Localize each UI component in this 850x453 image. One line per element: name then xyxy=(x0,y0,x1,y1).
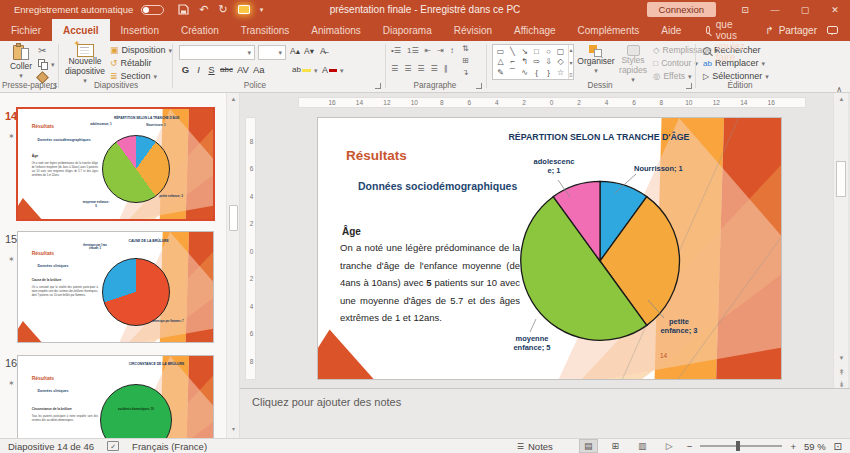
shape-icon[interactable]: ☆ xyxy=(555,68,566,78)
tab-fichier[interactable]: Fichier xyxy=(0,19,52,41)
font-style-button-0[interactable]: G xyxy=(180,63,191,76)
paragraph-btn-r2-2[interactable]: ☰ xyxy=(417,64,424,73)
thumb-splitter-icon[interactable]: ▾ xyxy=(227,425,240,432)
connexion-button[interactable]: Connexion xyxy=(647,2,716,17)
highlight-button[interactable]: ab▾ xyxy=(292,66,317,74)
shape-icon[interactable]: △ xyxy=(495,57,506,67)
clear-formatting-button[interactable]: A̶ xyxy=(320,47,326,56)
minimize-icon[interactable]: — xyxy=(760,0,790,19)
font-color-button[interactable]: A▾ xyxy=(322,66,344,75)
tab-aide[interactable]: Aide xyxy=(650,19,692,41)
shape-icon[interactable]: ⇩ xyxy=(543,57,554,67)
font-style-button-3[interactable]: abc xyxy=(219,63,234,76)
paragraph-btn-r2-3[interactable]: ☰ xyxy=(431,64,438,73)
shape-effects-button[interactable]: ◎Effets▾ xyxy=(653,72,692,81)
scroll-thumb[interactable] xyxy=(836,161,846,197)
font-size-select[interactable]: ▾ xyxy=(258,45,286,60)
clipboard-dialog-launcher[interactable] xyxy=(50,83,56,89)
previous-slide-icon[interactable]: ↟ xyxy=(834,368,849,377)
slide-body-text[interactable]: On a noté une légère prédominance de la … xyxy=(340,239,520,327)
shapes-gallery[interactable]: ▭╲↘□○▢△⌐↰⇨⇩◇✎⌒∿{}☆ ▴ ▾ ≡ xyxy=(492,44,574,80)
notes-toggle-button[interactable]: ☰ Notes xyxy=(517,441,553,452)
paragraph-btn-r2-4[interactable]: ∥ xyxy=(444,64,448,73)
shape-icon[interactable]: ▭ xyxy=(495,46,506,56)
view-slide-sorter-button[interactable]: ⊞ xyxy=(606,439,625,453)
thumbnail-slide-14[interactable]: RÉPARTITION SELON LA TRANCHE D'ÂGE Résul… xyxy=(16,107,215,221)
autosave-toggle[interactable] xyxy=(141,5,164,15)
comments-button[interactable] xyxy=(827,19,850,41)
tab-complements[interactable]: Compléments xyxy=(567,19,651,41)
slide-subtitle-text[interactable]: Données sociodémographiques xyxy=(358,180,517,192)
scroll-up-icon[interactable]: ▲ xyxy=(834,96,849,102)
paragraph-btn-r1-1[interactable]: 1☰ xyxy=(407,46,419,55)
tab-affichage[interactable]: Affichage xyxy=(503,19,567,41)
paragraph-btn-r1-0[interactable]: •☰ xyxy=(391,46,401,55)
undo-icon[interactable]: ↶ xyxy=(199,4,208,15)
drawing-dialog-launcher[interactable] xyxy=(686,83,692,89)
fit-to-window-icon[interactable]: ⊡ xyxy=(834,441,842,452)
share-button[interactable]: ↱ Partager xyxy=(755,19,827,41)
shape-icon[interactable]: ◇ xyxy=(555,57,566,67)
font-style-button-5[interactable]: Aa xyxy=(252,63,266,76)
view-slideshow-button[interactable]: ▷ xyxy=(660,439,679,453)
quick-styles-button[interactable]: Styles rapides▾ xyxy=(615,45,651,84)
shape-icon[interactable]: ⌒ xyxy=(507,68,518,78)
paragraph-btn-r2-0[interactable]: ☰ xyxy=(391,64,398,73)
notes-pane[interactable]: Cliquez pour ajouter des notes xyxy=(240,388,850,438)
paragraph-btn-col-2[interactable]: ↴ xyxy=(462,68,469,77)
tab-animations[interactable]: Animations xyxy=(300,19,371,41)
shape-icon[interactable]: ○ xyxy=(543,46,554,56)
layout-button[interactable]: ▣Disposition▾ xyxy=(110,46,172,55)
save-icon[interactable] xyxy=(178,4,189,15)
slide-title-text[interactable]: Résultats xyxy=(346,148,407,163)
font-style-button-1[interactable]: I xyxy=(193,63,204,76)
tab-diaporama[interactable]: Diaporama xyxy=(372,19,443,41)
shape-icon[interactable]: ✎ xyxy=(495,68,506,78)
collapse-ribbon-icon[interactable]: ∧ xyxy=(836,85,842,94)
thumbnail-scrollbar[interactable]: ▲ ▾ xyxy=(226,93,239,438)
shape-icon[interactable]: } xyxy=(543,68,554,78)
paragraph-btn-r1-4[interactable]: ↕ xyxy=(450,46,454,55)
paragraph-btn-col-0[interactable]: ⇅ xyxy=(462,44,469,53)
shrink-font-button[interactable]: A▾ xyxy=(304,47,314,56)
zoom-slider-thumb[interactable] xyxy=(736,441,740,451)
ribbon-display-icon[interactable]: ⊡ xyxy=(730,0,760,19)
tab-transitions[interactable]: Transitions xyxy=(230,19,301,41)
section-button[interactable]: ≣Section▾ xyxy=(110,72,157,81)
cut-button[interactable]: ✂ xyxy=(38,46,46,56)
tab-insertion[interactable]: Insertion xyxy=(110,19,170,41)
tab-creation[interactable]: Création xyxy=(170,19,230,41)
shape-icon[interactable]: ⇨ xyxy=(531,57,542,67)
paragraph-btn-r2-1[interactable]: ☰ xyxy=(404,64,411,73)
slide-age-heading[interactable]: Âge xyxy=(342,226,361,237)
font-style-button-4[interactable]: AV xyxy=(236,63,250,76)
font-style-button-2[interactable]: S xyxy=(206,63,217,76)
maximize-icon[interactable]: ▢ xyxy=(790,0,820,19)
font-name-select[interactable]: ▾ xyxy=(179,45,255,60)
shape-icon[interactable]: { xyxy=(531,68,542,78)
chart-title[interactable]: RÉPARTITION SELON LA TRANCHE D'ÂGE xyxy=(468,132,730,142)
paragraph-btn-col-1[interactable]: ⊞ xyxy=(462,56,469,65)
paragraph-btn-r1-3[interactable]: ⇥ xyxy=(437,46,444,55)
zoom-level[interactable]: 59 % xyxy=(804,441,826,452)
tab-accueil[interactable]: Accueil xyxy=(52,19,110,41)
new-slide-button[interactable]: Nouvelle diapositive▾ xyxy=(64,44,106,85)
view-normal-button[interactable]: ▤ xyxy=(579,439,598,453)
shapes-gallery-scroll[interactable]: ▴ ▾ ≡ xyxy=(568,45,573,79)
qat-customize-icon[interactable]: ▾ xyxy=(260,6,264,13)
arrange-button[interactable]: Organiser▾ xyxy=(578,45,614,75)
zoom-in-button[interactable]: + xyxy=(790,441,796,452)
thumbnail-slide-16[interactable]: CIRCONSTANCE DE LA BRÛLURE Résultats Don… xyxy=(17,355,214,438)
shape-icon[interactable]: ↘ xyxy=(519,46,530,56)
language-indicator[interactable]: Français (France) xyxy=(132,441,207,452)
reset-button[interactable]: ↺Rétablir xyxy=(110,59,152,68)
paragraph-dialog-launcher[interactable] xyxy=(476,83,482,89)
spellcheck-icon[interactable]: ✓ xyxy=(107,441,119,451)
shape-icon[interactable]: ╲ xyxy=(507,46,518,56)
shape-icon[interactable]: ∿ xyxy=(519,68,530,78)
tell-me-search[interactable]: Dites-nous ce que vous voulez faire xyxy=(706,19,755,41)
start-slideshow-icon[interactable] xyxy=(238,5,250,14)
thumbnail-slide-15[interactable]: CAUSE DE LA BRÛLURE Résultats Données cl… xyxy=(17,231,214,343)
tab-revision[interactable]: Révision xyxy=(443,19,503,41)
shape-icon[interactable]: □ xyxy=(531,46,542,56)
